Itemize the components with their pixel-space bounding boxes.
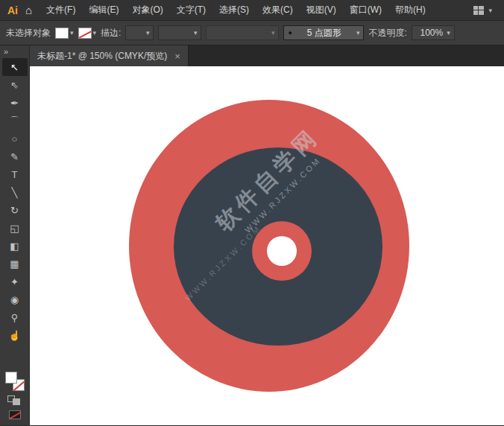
selection-status: 未选择对象 (6, 27, 51, 39)
line-icon: ╲ (12, 188, 18, 197)
tool-selection[interactable]: ↖ (2, 58, 28, 76)
blend-icon: ◉ (10, 295, 19, 305)
chevron-down-icon: ▾ (271, 29, 275, 36)
rotate-icon: ↻ (10, 206, 19, 215)
tool-scale[interactable]: ◱ (2, 219, 28, 237)
stroke-swatch-none[interactable] (78, 28, 92, 39)
brush-name: 5 点圆形 (296, 27, 353, 39)
stroke-label: 描边: (101, 27, 121, 39)
eyedropper-icon: ✦ (10, 277, 19, 287)
pen-icon: ✒ (10, 98, 19, 108)
tool-mesh[interactable]: ▦ (2, 255, 28, 273)
draw-mode-icon[interactable] (7, 395, 22, 406)
curvature-icon: ⌒ (10, 116, 19, 126)
menu-type[interactable]: 文字(T) (170, 0, 212, 20)
tool-pen[interactable]: ✒ (2, 94, 28, 112)
toolbar-collapse-button[interactable]: » (0, 45, 8, 58)
fill-color-picker[interactable]: ▾ (55, 28, 74, 39)
hand-icon: ☝ (8, 331, 20, 340)
opacity-dropdown[interactable]: 100% ▾ (412, 25, 455, 40)
zoom-icon: ⚲ (11, 313, 19, 322)
workspace-switcher[interactable]: ▾ (473, 6, 500, 15)
tool-gradient[interactable]: ◧ (2, 237, 28, 255)
fill-white-swatch[interactable] (5, 372, 17, 384)
brush-dot-icon: ● (288, 29, 292, 36)
opacity-value: 100% (420, 28, 444, 38)
chevron-down-icon: ▾ (194, 29, 198, 36)
tool-zoom[interactable]: ⚲ (2, 308, 28, 326)
swatch-none-button[interactable] (9, 410, 21, 419)
menu-view[interactable]: 视图(V) (300, 0, 343, 20)
stroke-unit-dropdown[interactable]: ▾ (158, 25, 201, 40)
tool-eyedropper[interactable]: ✦ (2, 273, 28, 290)
opacity-label: 不透明度: (368, 27, 406, 39)
document-area: 未标题-1* @ 150% (CMYK/预览) × 软件自学网 WWW.RJZX… (30, 45, 504, 425)
tool-curvature[interactable]: ⌒ (2, 112, 28, 130)
chevron-down-icon: ▾ (70, 29, 74, 36)
illustrator-logo-icon: Ai (4, 4, 24, 16)
tool-type[interactable]: T (2, 165, 28, 183)
width-profile-dropdown: ▾ (206, 25, 279, 40)
tools-panel: » ↖ ⇖ ✒ ⌒ ○ ✎ T ╲ ↻ ◱ ◧ ▦ ✦ ◉ ⚲ ☝ (0, 45, 30, 425)
control-bar: 未选择对象 ▾ ▾ 描边: ▾ ▾ ▾ ● 5 点圆形 ▾ 不透明度: 100%… (0, 21, 504, 45)
scale-icon: ◱ (10, 223, 19, 233)
menu-object[interactable]: 对象(O) (125, 0, 169, 20)
chevron-down-icon: ▾ (146, 29, 150, 36)
close-icon[interactable]: × (174, 51, 180, 62)
document-tab[interactable]: 未标题-1* @ 150% (CMYK/预览) × (30, 45, 189, 66)
tool-direct-selection[interactable]: ⇖ (2, 76, 28, 94)
direct-selection-icon: ⇖ (10, 80, 19, 90)
stroke-weight-dropdown[interactable]: ▾ (125, 25, 154, 40)
menu-help[interactable]: 帮助(H) (388, 0, 432, 20)
brush-dropdown[interactable]: ● 5 点圆形 ▾ (283, 25, 364, 40)
chevron-down-icon: ▾ (356, 29, 360, 36)
chevron-down-icon: ▾ (488, 7, 492, 14)
menu-select[interactable]: 选择(S) (212, 0, 256, 20)
workspace-grid-icon (473, 6, 485, 15)
menu-window[interactable]: 窗口(W) (343, 0, 388, 20)
menu-bar: Ai ⌂ 文件(F) 编辑(E) 对象(O) 文字(T) 选择(S) 效果(C)… (0, 0, 504, 21)
tool-paintbrush[interactable]: ✎ (2, 147, 28, 165)
tool-rotate[interactable]: ↻ (2, 201, 28, 219)
type-icon: T (12, 170, 18, 179)
selection-arrow-icon: ↖ (10, 63, 19, 72)
chevron-down-icon: ▾ (447, 29, 450, 36)
tool-blend[interactable]: ◉ (2, 290, 28, 308)
menu-effect[interactable]: 效果(C) (256, 0, 300, 20)
menu-edit[interactable]: 编辑(E) (82, 0, 125, 20)
tool-ellipse[interactable]: ○ (2, 130, 28, 147)
fill-swatch[interactable] (55, 28, 69, 39)
document-title: 未标题-1* @ 150% (CMYK/预览) (37, 50, 167, 63)
document-tab-bar: 未标题-1* @ 150% (CMYK/预览) × (30, 45, 504, 66)
menu-file[interactable]: 文件(F) (40, 0, 82, 20)
tool-hand[interactable]: ☝ (2, 326, 28, 344)
chevron-down-icon: ▾ (93, 29, 97, 36)
artboard-canvas[interactable]: 软件自学网 WWW.RJZXW.COM WWW.RJZXW.COM (30, 66, 504, 425)
mesh-icon: ▦ (10, 259, 19, 269)
tool-line-segment[interactable]: ╲ (2, 183, 28, 201)
stroke-color-picker[interactable]: ▾ (78, 28, 97, 39)
gradient-icon: ◧ (10, 241, 19, 251)
workspace: » ↖ ⇖ ✒ ⌒ ○ ✎ T ╲ ↻ ◱ ◧ ▦ ✦ ◉ ⚲ ☝ 未标题-1*… (0, 45, 504, 425)
fill-stroke-indicator[interactable] (5, 372, 25, 391)
center-hole-circle[interactable] (267, 236, 297, 266)
paintbrush-icon: ✎ (10, 152, 19, 162)
home-icon[interactable]: ⌂ (24, 4, 40, 16)
ellipse-icon: ○ (12, 134, 18, 144)
